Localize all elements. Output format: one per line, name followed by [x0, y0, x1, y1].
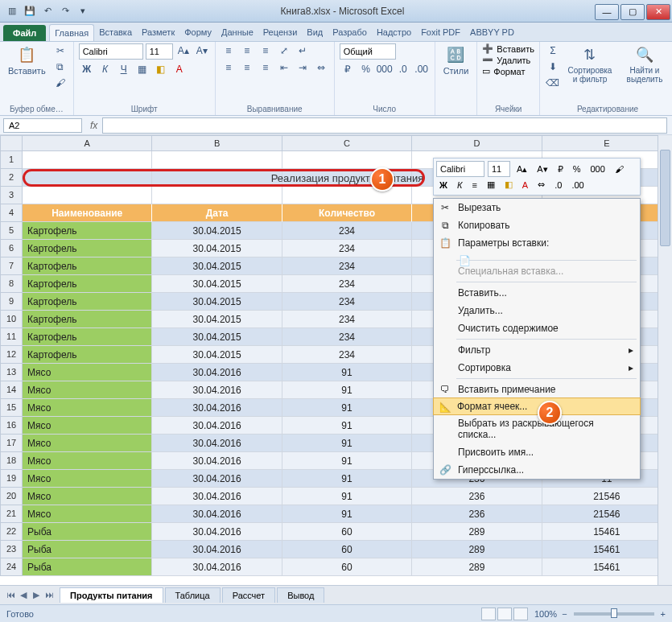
cell[interactable]: 30.04.2015: [152, 328, 282, 346]
row-header[interactable]: 16: [0, 417, 23, 435]
cell[interactable]: 60: [282, 558, 412, 576]
row-header[interactable]: 15: [0, 399, 23, 417]
save-icon[interactable]: 💾: [23, 4, 37, 19]
column-header[interactable]: D: [412, 135, 542, 151]
mini-font-combo[interactable]: Calibri: [436, 161, 484, 177]
cell[interactable]: 234: [282, 311, 412, 328]
increase-font-icon[interactable]: A▴: [175, 43, 192, 58]
ctx-insert-comment[interactable]: 🗨Вставить примечание: [434, 381, 640, 398]
wrap-text-icon[interactable]: ↵: [295, 43, 311, 58]
row-header[interactable]: 21: [0, 505, 23, 523]
row-header[interactable]: 3: [0, 187, 23, 204]
zoom-thumb[interactable]: [611, 608, 617, 618]
formula-input[interactable]: [102, 117, 667, 134]
sheet-nav-last-icon[interactable]: ⏭: [43, 590, 55, 600]
undo-icon[interactable]: ↶: [40, 4, 55, 19]
cell[interactable]: 30.04.2015: [152, 222, 282, 240]
cell[interactable]: 30.04.2016: [152, 488, 282, 505]
font-size-combo[interactable]: 11: [146, 43, 173, 60]
ribbon-tab[interactable]: Вставка: [94, 24, 137, 41]
underline-icon[interactable]: Ч: [116, 62, 132, 76]
cell[interactable]: 30.04.2016: [152, 470, 282, 488]
ribbon-tab[interactable]: ABBYY PD: [465, 24, 519, 41]
cell[interactable]: 234: [282, 222, 412, 240]
format-painter-icon[interactable]: 🖌: [52, 76, 68, 90]
cell[interactable]: Мясо: [23, 470, 152, 488]
mini-align-icon[interactable]: ≡: [468, 179, 480, 191]
zoom-out-icon[interactable]: −: [562, 609, 567, 619]
mini-font-color-icon[interactable]: A: [519, 179, 531, 191]
row-header[interactable]: 9: [0, 293, 23, 311]
increase-indent-icon[interactable]: ⇥: [295, 60, 311, 75]
clear-icon[interactable]: ⌫: [545, 76, 561, 90]
cell[interactable]: 15461: [542, 558, 672, 576]
row-header[interactable]: 19: [0, 470, 23, 488]
cell[interactable]: 91: [282, 417, 412, 435]
sheet-tab[interactable]: Таблица: [165, 587, 221, 603]
comma-icon[interactable]: 000: [377, 62, 393, 76]
cell[interactable]: Мясо: [23, 488, 152, 505]
ribbon-tab[interactable]: Рецензи: [258, 24, 303, 41]
row-header[interactable]: 20: [0, 488, 23, 505]
row-header[interactable]: 24: [0, 558, 23, 576]
cell[interactable]: Картофель: [23, 257, 152, 275]
maximize-button[interactable]: ▢: [620, 4, 645, 20]
view-page-layout-icon[interactable]: [497, 608, 512, 620]
mini-border-icon[interactable]: ▦: [484, 179, 498, 191]
cell[interactable]: 30.04.2016: [152, 364, 282, 381]
merge-icon[interactable]: ⇔: [313, 60, 329, 75]
mini-currency-icon[interactable]: ₽: [555, 163, 567, 175]
align-left-icon[interactable]: ≡: [221, 60, 237, 75]
cell[interactable]: Рыба: [23, 558, 152, 576]
cell[interactable]: 234: [282, 275, 412, 293]
row-header[interactable]: 23: [0, 541, 23, 558]
cell[interactable]: Мясо: [23, 505, 152, 523]
cell[interactable]: 60: [282, 541, 412, 558]
format-cells-label[interactable]: Формат: [493, 67, 525, 76]
row-header[interactable]: 11: [0, 328, 23, 346]
ribbon-tab[interactable]: Надстро: [372, 24, 416, 41]
vertical-scrollbar[interactable]: [658, 135, 672, 585]
ribbon-tab[interactable]: Главная: [49, 24, 94, 41]
column-header[interactable]: C: [282, 135, 412, 151]
cell[interactable]: 289: [412, 523, 542, 541]
cell[interactable]: 91: [282, 488, 412, 505]
cell[interactable]: Картофель: [23, 222, 152, 240]
cell[interactable]: 30.04.2015: [152, 257, 282, 275]
fill-color-icon[interactable]: ◧: [153, 62, 169, 76]
cell[interactable]: Мясо: [23, 381, 152, 399]
ctx-clear-contents[interactable]: Очистить содержимое: [434, 319, 640, 337]
ctx-cut[interactable]: ✂Вырезать: [434, 199, 640, 216]
column-header[interactable]: B: [152, 135, 282, 151]
view-normal-icon[interactable]: [481, 608, 496, 620]
row-header[interactable]: 17: [0, 435, 23, 452]
ribbon-tab[interactable]: Foxit PDF: [416, 24, 465, 41]
row-header[interactable]: 2: [0, 169, 23, 187]
cell[interactable]: 289: [412, 558, 542, 576]
cell[interactable]: 91: [282, 399, 412, 417]
cell[interactable]: 234: [282, 257, 412, 275]
cell[interactable]: 91: [282, 435, 412, 452]
ctx-delete[interactable]: Удалить...: [434, 302, 640, 319]
align-center-icon[interactable]: ≡: [239, 60, 255, 75]
cell[interactable]: Мясо: [23, 364, 152, 381]
cell[interactable]: 30.04.2015: [152, 346, 282, 364]
ribbon-tab[interactable]: Вид: [302, 24, 328, 41]
increase-decimal-icon[interactable]: .0: [395, 62, 411, 76]
ribbon-tab[interactable]: Данные: [216, 24, 258, 41]
decrease-decimal-icon[interactable]: .00: [414, 62, 430, 76]
format-cells-icon[interactable]: ▭: [482, 66, 490, 76]
fx-icon[interactable]: fx: [85, 120, 102, 131]
cell[interactable]: [282, 187, 412, 204]
cell[interactable]: [23, 151, 152, 169]
cell[interactable]: [152, 187, 282, 204]
select-all-corner[interactable]: [0, 135, 23, 151]
row-header[interactable]: 14: [0, 381, 23, 399]
delete-cells-icon[interactable]: ➖: [482, 55, 493, 65]
cell[interactable]: 30.04.2015: [152, 240, 282, 257]
ribbon-tab[interactable]: Разметк: [137, 24, 179, 41]
mini-inc-decimal-icon[interactable]: .0: [551, 179, 565, 191]
cell[interactable]: 30.04.2015: [152, 275, 282, 293]
currency-icon[interactable]: ₽: [340, 62, 356, 76]
sort-filter-button[interactable]: ⇅ Сортировка и фильтр: [564, 43, 616, 85]
